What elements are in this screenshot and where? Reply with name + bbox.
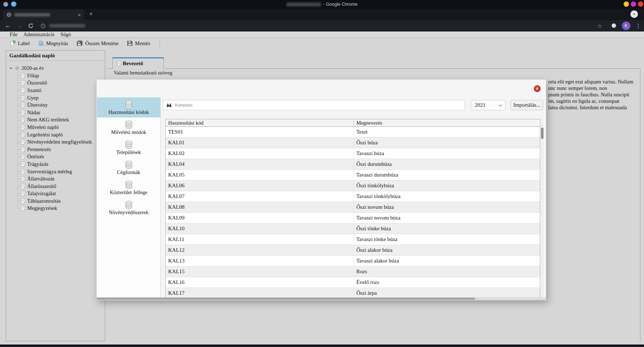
scrollbar-thumb[interactable] xyxy=(541,127,543,139)
web-page: FileAdminisztrációSúgó Label Megnyitás Ö… xyxy=(0,32,644,344)
tree-item[interactable]: Öntözés xyxy=(15,153,105,161)
table-row[interactable]: KAL05Tavaszi durumbúza xyxy=(166,170,540,180)
tree-item-label: Legeltetési napló xyxy=(27,132,63,138)
cell-name: Őszi búza xyxy=(354,138,540,148)
menu-item[interactable]: File xyxy=(10,32,18,38)
window-title-text: - Google Chrome xyxy=(323,2,358,7)
dialog-sidebar-item[interactable]: Cégformák xyxy=(97,158,160,178)
table-row[interactable]: KAL09Tavaszi novum búza xyxy=(166,213,540,223)
table-row[interactable]: KAL08Őszi novum búza xyxy=(166,202,540,213)
dialog-sidebar-item[interactable]: Települések xyxy=(97,138,160,158)
tree-item[interactable]: Permetezés xyxy=(15,146,105,153)
import-button[interactable]: Importálás... xyxy=(511,100,543,110)
new-tab-button[interactable]: + xyxy=(89,11,93,17)
window-close-button[interactable] xyxy=(638,1,643,7)
database-icon xyxy=(123,140,135,149)
label-button[interactable]: Label xyxy=(10,40,30,47)
forward-button[interactable]: → xyxy=(16,22,23,29)
table-header: Hasznosítási kód Megnevezés xyxy=(166,119,540,127)
reload-button[interactable] xyxy=(27,22,34,29)
table-vertical-scrollbar[interactable] xyxy=(541,119,544,298)
tree-item[interactable]: Szantó xyxy=(15,87,105,94)
back-button[interactable]: ← xyxy=(4,22,11,29)
database-icon xyxy=(123,180,135,189)
tab-search-caret-button[interactable]: ▼ xyxy=(630,10,638,18)
tree-item[interactable]: Talajvizsgálat xyxy=(15,190,105,198)
window-minimize-button[interactable] xyxy=(624,1,629,7)
table-row[interactable]: KAL10Őszi tönke búza xyxy=(166,223,540,234)
tree-item[interactable]: Növényvédelmi megfigyelések xyxy=(15,138,105,146)
tree-item[interactable]: Állatösszesítő xyxy=(15,183,105,190)
table-row[interactable]: KAL15Rozs xyxy=(166,266,540,277)
tree-item-label: Nádas xyxy=(27,110,40,116)
window-maximize-button[interactable] xyxy=(631,1,636,7)
cell-name: Tavaszi búza xyxy=(354,148,540,159)
tree-item[interactable]: Ültetvény xyxy=(15,101,105,109)
year-select[interactable]: 2021 xyxy=(471,100,506,110)
menu-item[interactable]: Súgó xyxy=(60,32,71,38)
tree-item[interactable]: Állatváltozás xyxy=(15,175,105,183)
table-row[interactable]: KAL11Tavaszi tönke búza xyxy=(166,234,540,245)
bookmark-star-icon[interactable]: ☆ xyxy=(596,22,603,29)
tree-item[interactable]: Nádas xyxy=(15,109,105,116)
extensions-puzzle-icon[interactable] xyxy=(610,22,618,29)
tree-item[interactable]: Nem AKG területek xyxy=(15,116,105,124)
table-row[interactable]: KAL13Tavaszi alakor búza xyxy=(166,256,540,266)
tree-item[interactable]: Legeltetési napló xyxy=(15,131,105,139)
save-all-button[interactable]: Összes Mentése xyxy=(77,40,118,47)
sidebar-item-label: Művelési módok xyxy=(111,129,146,135)
save-button[interactable]: Mentés xyxy=(127,40,150,47)
column-header-code[interactable]: Hasznosítási kód xyxy=(166,119,354,126)
browser-tab[interactable]: × xyxy=(3,9,84,20)
document-icon xyxy=(21,198,25,204)
cell-code: KAL05 xyxy=(166,170,354,180)
dialog-close-button[interactable]: × xyxy=(534,85,541,92)
cell-name: Őszi tönke búza xyxy=(354,223,540,234)
app-action-bar: Label Megnyitás Összes Mentése Mentés xyxy=(0,38,644,48)
document-icon xyxy=(21,73,25,78)
dialog-sidebar-item[interactable]: Művelési módok xyxy=(97,117,160,138)
tab-bevezeto[interactable]: Bevezető xyxy=(112,57,164,69)
dialog-horizontal-scrollbar[interactable] xyxy=(97,297,546,300)
tree-root-item[interactable]: 2020-as év xyxy=(9,64,105,72)
tree-item[interactable]: Trágyázás xyxy=(15,160,105,168)
tree-item[interactable]: Műveleti napló xyxy=(15,124,105,131)
table-row[interactable]: KAL16Évelő rozs xyxy=(166,277,540,288)
scrollbar-thumb[interactable] xyxy=(97,298,475,300)
tree-item[interactable]: Táblaazonosítás xyxy=(15,197,105,205)
tree-item-label: Talajvizsgálat xyxy=(27,191,56,197)
profile-avatar[interactable]: K xyxy=(622,21,630,30)
menu-item[interactable]: Adminisztráció xyxy=(24,32,54,38)
site-info-icon[interactable] xyxy=(39,22,47,29)
open-button[interactable]: Megnyitás xyxy=(38,40,68,47)
tree-item-label: Főlap xyxy=(27,73,39,79)
table-row[interactable]: TES01Teszt xyxy=(166,127,540,138)
column-header-name[interactable]: Megnevezés xyxy=(354,119,540,126)
tree-item[interactable]: Főlap xyxy=(15,72,105,79)
table-row[interactable]: KAL01Őszi búza xyxy=(166,138,540,148)
dialog-sidebar-item[interactable]: Közterület Jellege xyxy=(97,178,160,198)
table-row[interactable]: KAL02Tavaszi búza xyxy=(166,148,540,159)
globe-favicon-icon xyxy=(6,12,11,17)
table-row[interactable]: KAL17Őszi árpa xyxy=(166,288,540,298)
tree-item[interactable]: Összesítő xyxy=(15,79,105,87)
tree-item[interactable]: Szervestrágya mérleg xyxy=(15,168,105,175)
tree-item[interactable]: Gyep xyxy=(15,94,105,102)
cell-code: KAL07 xyxy=(166,191,354,202)
dialog-sidebar-item[interactable]: Növényvédőszerek xyxy=(97,198,160,218)
cell-code: KAL01 xyxy=(166,138,354,148)
browser-menu-icon[interactable]: ⋮ xyxy=(635,22,642,29)
dialog-sidebar-item[interactable]: Hasznosítási kódok xyxy=(97,97,160,117)
table-row[interactable]: KAL07Tavaszi tönkölybúza xyxy=(166,191,540,202)
tab-close-icon[interactable]: × xyxy=(78,12,81,18)
label-new-icon xyxy=(10,40,16,46)
search-input[interactable] xyxy=(174,102,465,108)
tree-item[interactable]: Megjegyzések xyxy=(15,205,105,212)
document-icon xyxy=(117,61,121,66)
tab-label: Bevezető xyxy=(123,61,143,67)
table-row[interactable]: KAL12Őszi alakor búza xyxy=(166,245,540,256)
table-row[interactable]: KAL06Őszi tönkölybúza xyxy=(166,180,540,191)
document-icon xyxy=(21,117,25,122)
table-row[interactable]: KAL04Őszi durumbúza xyxy=(166,159,540,170)
tree-item-label: Megjegyzések xyxy=(27,205,57,211)
